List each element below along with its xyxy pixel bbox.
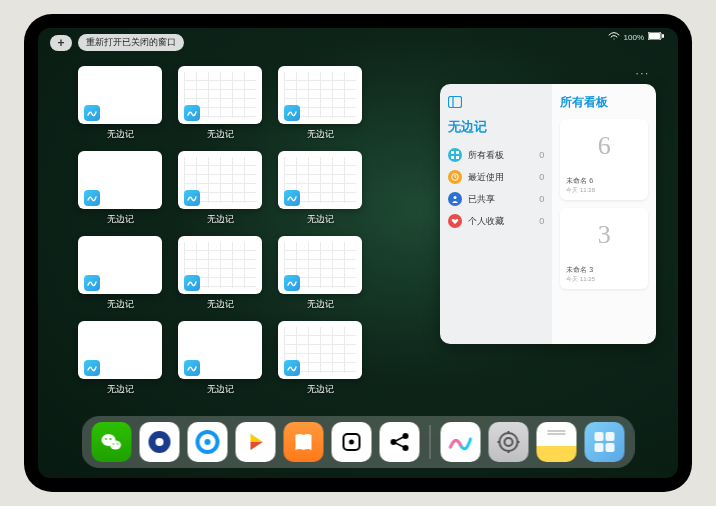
freeform-icon	[284, 105, 300, 121]
freeform-icon	[84, 275, 100, 291]
svg-point-13	[105, 438, 107, 440]
clock-icon	[448, 170, 462, 184]
svg-rect-1	[649, 33, 660, 39]
dock-app-freeform[interactable]	[441, 422, 481, 462]
window-item[interactable]: 无边记	[78, 66, 162, 141]
battery-icon	[648, 32, 664, 42]
svg-point-16	[117, 443, 119, 445]
reopen-label: 重新打开已关闭的窗口	[86, 37, 176, 47]
window-grid: 无边记 无边记 无边记 无边记	[78, 66, 458, 396]
heart-icon	[448, 214, 462, 228]
dock-app-wechat[interactable]	[92, 422, 132, 462]
window-label: 无边记	[207, 213, 234, 226]
panel-right-title: 所有看板	[560, 94, 648, 111]
freeform-icon	[84, 105, 100, 121]
window-thumbnail	[178, 66, 262, 124]
window-label: 无边记	[107, 383, 134, 396]
window-thumbnail	[278, 151, 362, 209]
svg-point-10	[454, 196, 457, 199]
board-card[interactable]: 6 未命名 6 今天 11:28	[560, 119, 648, 200]
dock-separator	[430, 425, 431, 459]
window-item[interactable]: 无边记	[178, 151, 262, 226]
window-label: 无边记	[207, 298, 234, 311]
item-count: 0	[539, 194, 544, 204]
window-item[interactable]: 无边记	[278, 151, 362, 226]
person-icon	[448, 192, 462, 206]
svg-point-12	[110, 441, 121, 450]
panel-left-title: 无边记	[448, 118, 544, 136]
window-thumbnail	[178, 236, 262, 294]
dock-app-books[interactable]	[284, 422, 324, 462]
window-item[interactable]: 无边记	[278, 236, 362, 311]
window-item[interactable]: 无边记	[278, 321, 362, 396]
status-bar: 100%	[608, 32, 664, 42]
svg-line-27	[396, 443, 404, 447]
dock-app-library[interactable]	[585, 422, 625, 462]
board-card[interactable]: 3 未命名 3 今天 11:25	[560, 208, 648, 289]
window-item[interactable]: 无边记	[78, 321, 162, 396]
sidebar-toggle-icon[interactable]	[448, 94, 462, 112]
svg-rect-36	[595, 432, 604, 441]
board-preview: 3	[560, 208, 648, 262]
freeform-icon	[284, 190, 300, 206]
window-label: 无边记	[107, 298, 134, 311]
freeform-icon	[184, 275, 200, 291]
svg-rect-2	[662, 34, 664, 38]
svg-rect-5	[451, 151, 454, 154]
window-thumbnail	[78, 66, 162, 124]
svg-point-14	[110, 438, 112, 440]
svg-point-18	[156, 438, 164, 446]
freeform-icon	[84, 190, 100, 206]
freeform-panel[interactable]: 无边记 所有看板 0 最近使用	[440, 84, 656, 344]
svg-rect-8	[456, 156, 459, 159]
dock-app-game[interactable]	[332, 422, 372, 462]
dock-app-connect[interactable]	[380, 422, 420, 462]
svg-rect-39	[606, 443, 615, 452]
sidebar-item-shared[interactable]: 已共享 0	[448, 188, 544, 210]
reopen-closed-window-button[interactable]: 重新打开已关闭的窗口	[78, 34, 184, 51]
dock-app-notes[interactable]	[537, 422, 577, 462]
screen: 100% + 重新打开已关闭的窗口 无边记	[38, 28, 678, 478]
window-label: 无边记	[307, 383, 334, 396]
sidebar-item-all-boards[interactable]: 所有看板 0	[448, 144, 544, 166]
freeform-icon	[84, 360, 100, 376]
svg-point-22	[349, 440, 354, 445]
board-time: 今天 11:25	[566, 275, 642, 284]
more-button[interactable]: ···	[636, 68, 650, 79]
panel-sidebar: 无边记 所有看板 0 最近使用	[440, 84, 552, 344]
item-count: 0	[539, 216, 544, 226]
svg-rect-7	[451, 156, 454, 159]
svg-line-26	[396, 437, 404, 441]
sidebar-item-favorites[interactable]: 个人收藏 0	[448, 210, 544, 232]
window-item[interactable]: 无边记	[178, 236, 262, 311]
freeform-icon	[284, 360, 300, 376]
window-item[interactable]: 无边记	[78, 151, 162, 226]
svg-point-24	[403, 433, 409, 439]
freeform-icon	[184, 360, 200, 376]
window-item[interactable]: 无边记	[178, 66, 262, 141]
window-thumbnail	[78, 321, 162, 379]
window-item[interactable]: 无边记	[178, 321, 262, 396]
window-thumbnail	[278, 66, 362, 124]
dock-app-settings[interactable]	[489, 422, 529, 462]
topbar: + 重新打开已关闭的窗口	[50, 34, 184, 51]
window-item[interactable]: 无边记	[278, 66, 362, 141]
board-preview: 6	[560, 119, 648, 173]
window-item[interactable]: 无边记	[78, 236, 162, 311]
dock-app-browser[interactable]	[140, 422, 180, 462]
panel-boards: 所有看板 6 未命名 6 今天 11:28 3 未命名 3 今天 11:25	[552, 84, 656, 344]
window-thumbnail	[78, 236, 162, 294]
dock-app-video[interactable]	[236, 422, 276, 462]
freeform-icon	[284, 275, 300, 291]
new-window-button[interactable]: +	[50, 35, 72, 51]
svg-rect-6	[456, 151, 459, 154]
wifi-icon	[608, 32, 620, 42]
freeform-icon	[184, 105, 200, 121]
window-thumbnail	[278, 236, 362, 294]
dock-app-qqbrowser[interactable]	[188, 422, 228, 462]
window-thumbnail	[278, 321, 362, 379]
board-name: 未命名 6	[566, 176, 642, 186]
svg-rect-38	[595, 443, 604, 452]
dock	[82, 416, 635, 468]
sidebar-item-recent[interactable]: 最近使用 0	[448, 166, 544, 188]
